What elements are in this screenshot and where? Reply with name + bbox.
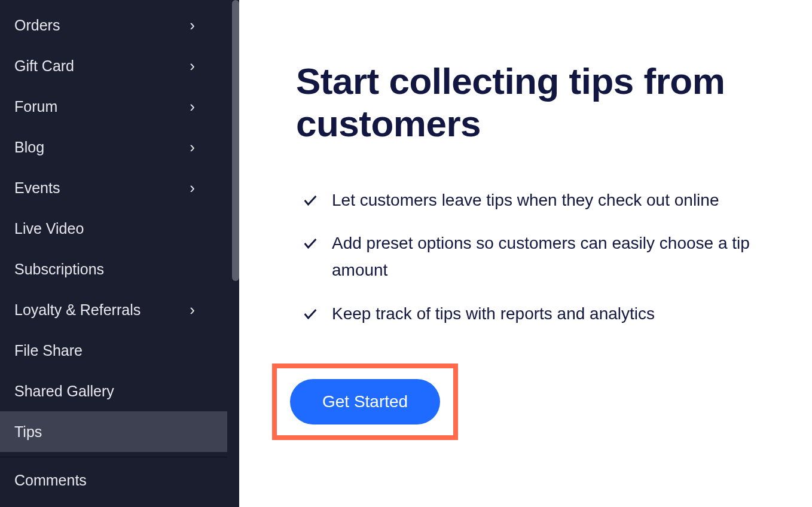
feature-item: Let customers leave tips when they check… [302,187,758,214]
chevron-right-icon: › [190,57,195,75]
sidebar-item-forum[interactable]: Forum › [0,86,227,127]
sidebar: Orders › Gift Card › Forum › Blog › Even… [0,0,239,507]
sidebar-item-label: Comments [14,472,87,489]
sidebar-item-label: Orders [14,17,60,34]
sidebar-item-label: Forum [14,98,57,115]
sidebar-item-label: Gift Card [14,57,74,75]
chevron-right-icon: › [190,301,195,319]
sidebar-item-label: Subscriptions [14,261,104,278]
chevron-right-icon: › [190,97,195,116]
sidebar-item-comments[interactable]: Comments [0,460,227,500]
sidebar-item-loyalty-referrals[interactable]: Loyalty & Referrals › [0,289,227,330]
check-icon [302,306,319,322]
sidebar-item-label: Blog [14,139,44,156]
sidebar-item-tips[interactable]: Tips [0,411,227,452]
sidebar-item-live-video[interactable]: Live Video [0,208,227,249]
sidebar-item-label: Tips [14,423,42,441]
cta-highlight-frame: Get Started [272,364,458,440]
chevron-right-icon: › [190,16,195,35]
sidebar-scrollbar[interactable] [232,0,239,281]
feature-text: Let customers leave tips when they check… [332,187,719,214]
sidebar-item-label: File Share [14,342,83,359]
sidebar-item-subscriptions[interactable]: Subscriptions [0,249,227,289]
sidebar-item-events[interactable]: Events › [0,167,227,208]
sidebar-item-label: Live Video [14,220,84,237]
get-started-button[interactable]: Get Started [290,379,440,424]
sidebar-item-label: Events [14,179,60,197]
feature-item: Keep track of tips with reports and anal… [302,301,758,328]
sidebar-item-gift-card[interactable]: Gift Card › [0,45,227,86]
sidebar-item-shared-gallery[interactable]: Shared Gallery [0,371,227,411]
check-icon [302,192,319,209]
check-icon [302,235,319,252]
sidebar-item-file-share[interactable]: File Share [0,330,227,371]
sidebar-item-orders[interactable]: Orders › [0,5,227,45]
page-title: Start collecting tips from customers [296,60,758,145]
feature-item: Add preset options so customers can easi… [302,230,758,284]
chevron-right-icon: › [190,179,195,197]
sidebar-list: Orders › Gift Card › Forum › Blog › Even… [0,0,239,500]
feature-text: Keep track of tips with reports and anal… [332,301,655,328]
main-content: Start collecting tips from customers Let… [239,0,812,507]
chevron-right-icon: › [190,138,195,157]
feature-text: Add preset options so customers can easi… [332,230,758,284]
feature-list: Let customers leave tips when they check… [296,187,758,328]
sidebar-item-blog[interactable]: Blog › [0,127,227,167]
sidebar-item-label: Loyalty & Referrals [14,301,141,319]
sidebar-item-label: Shared Gallery [14,383,114,400]
sidebar-divider [0,457,227,457]
